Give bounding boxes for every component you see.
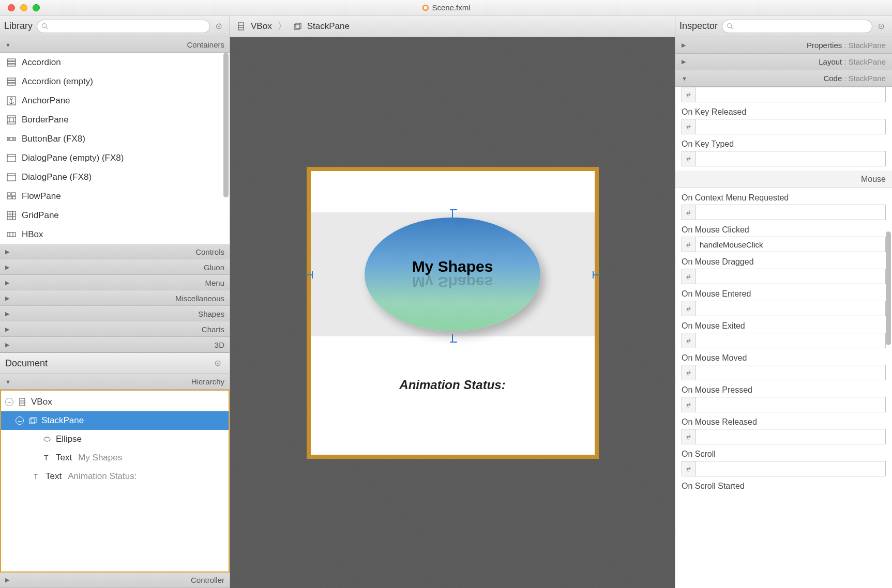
library-category-shapes[interactable]: ▶Shapes	[0, 306, 230, 321]
library-item-accordion[interactable]: Accordion	[0, 53, 230, 72]
library-category-controls[interactable]: ▶Controls	[0, 244, 230, 259]
selection-handle-right[interactable]	[593, 274, 600, 275]
selection-handle-left[interactable]	[306, 274, 313, 275]
inspector-scrollbar[interactable]	[886, 231, 891, 345]
library-item-dialogpane[interactable]: DialogPane (FX8)	[0, 167, 230, 187]
svg-point-58	[881, 25, 882, 27]
svg-rect-8	[7, 61, 16, 64]
svg-rect-10	[7, 78, 16, 80]
input-on-context-menu-requested[interactable]	[695, 205, 886, 220]
document-controller-header[interactable]: ▶Controller	[0, 572, 230, 588]
input-on-mouse-moved[interactable]	[695, 365, 886, 380]
library-category-menu[interactable]: ▶Menu	[0, 275, 230, 290]
input-on-mouse-exited[interactable]	[695, 333, 886, 348]
hierarchy-tree: – VBox – StackPane Ellipse T Text My Sha…	[0, 390, 230, 572]
library-category-charts[interactable]: ▶Charts	[0, 321, 230, 337]
collapse-icon[interactable]: –	[5, 398, 13, 406]
library-category-containers[interactable]: ▼ Containers	[0, 37, 230, 53]
label-on-mouse-moved: On Mouse Moved	[682, 353, 886, 363]
library-item-flowpane[interactable]: FlowPane	[0, 187, 230, 206]
buttonbar-icon	[6, 134, 17, 144]
tree-node-text-myshapes[interactable]: T Text My Shapes	[1, 448, 229, 467]
svg-rect-31	[12, 196, 16, 199]
inspector-section-code[interactable]: ▼Code: StackPane	[675, 70, 892, 87]
input-on-mouse-dragged[interactable]	[695, 269, 886, 284]
app-icon	[421, 4, 429, 11]
collapse-icon[interactable]: –	[16, 416, 24, 425]
document-header: Document	[0, 352, 230, 374]
chevron-down-icon: ▼	[5, 42, 11, 48]
inspector-section-layout[interactable]: ▶Layout: StackPane	[675, 54, 892, 70]
canvas-text-status[interactable]: Animation Status:	[311, 378, 595, 392]
tree-node-text-animationstatus[interactable]: T Text Animation Status:	[1, 467, 229, 486]
svg-rect-12	[7, 83, 16, 85]
input-on-mouse-clicked[interactable]	[695, 237, 886, 252]
library-item-buttonbar[interactable]: ButtonBar (FX8)	[0, 129, 230, 148]
dialogpane-icon	[6, 153, 17, 163]
document-hierarchy-header[interactable]: ▼Hierarchy	[0, 374, 230, 390]
label-on-context-menu-requested: On Context Menu Requested	[682, 193, 886, 203]
library-item-accordion-empty[interactable]: Accordion (empty)	[0, 72, 230, 91]
svg-point-2	[42, 23, 47, 27]
canvas-ellipse[interactable]: My Shapes My Shapes	[365, 218, 540, 331]
stackpane-icon	[293, 22, 302, 30]
breadcrumb-stackpane[interactable]: StackPane	[307, 21, 350, 32]
library-scrollbar[interactable]	[223, 53, 229, 197]
chevron-down-icon: ▼	[682, 75, 687, 82]
svg-point-14	[10, 98, 12, 100]
inspector-search-input[interactable]	[722, 20, 872, 33]
selection-handle-bottom[interactable]	[450, 334, 455, 339]
minimize-window-button[interactable]	[20, 4, 27, 11]
chevron-right-icon: ▶	[5, 295, 9, 302]
gridpane-icon	[6, 210, 17, 221]
anchor-icon	[6, 96, 17, 106]
document-menu-gear-icon[interactable]	[213, 358, 224, 369]
input-on-mouse-pressed[interactable]	[695, 397, 886, 412]
zoom-window-button[interactable]	[33, 4, 40, 11]
inspector-section-properties[interactable]: ▶Properties: StackPane	[675, 37, 892, 54]
library-category-miscellaneous[interactable]: ▶Miscellaneous	[0, 290, 230, 306]
breadcrumb-vbox[interactable]: VBox	[251, 21, 272, 32]
input-on-scroll[interactable]	[695, 461, 886, 476]
canvas-vbox[interactable]: My Shapes My Shapes Animation Status:	[307, 167, 599, 459]
label-on-mouse-pressed: On Mouse Pressed	[682, 385, 886, 395]
vbox-icon	[18, 398, 27, 406]
label-on-scroll: On Scroll	[682, 450, 886, 459]
input-on-mouse-released[interactable]	[695, 429, 886, 444]
library-item-borderpane[interactable]: BorderPane	[0, 110, 230, 129]
inspector-menu-gear-icon[interactable]	[876, 21, 888, 32]
library-item-anchorpane[interactable]: AnchorPane	[0, 91, 230, 110]
tree-node-ellipse[interactable]: Ellipse	[1, 430, 229, 448]
borderpane-icon	[6, 115, 17, 125]
text-icon: T	[42, 454, 52, 462]
svg-rect-28	[7, 193, 10, 195]
library-item-dialogpane-empty[interactable]: DialogPane (empty) (FX8)	[0, 148, 230, 167]
input-on-key-released[interactable]	[695, 119, 886, 134]
close-window-button[interactable]	[8, 4, 15, 11]
library-category-gluon[interactable]: ▶Gluon	[0, 259, 230, 275]
hash-prefix: #	[682, 87, 695, 102]
input-on-mouse-entered[interactable]	[695, 301, 886, 316]
svg-text:T: T	[34, 472, 38, 481]
library-item-hbox[interactable]: HBox	[0, 225, 230, 244]
svg-point-1	[424, 6, 427, 9]
tree-node-stackpane[interactable]: – StackPane	[1, 411, 229, 430]
vbox-icon	[236, 22, 246, 30]
inspector-title: Inspector	[679, 21, 718, 32]
chevron-right-icon: ▶	[5, 264, 9, 271]
canvas-stackpane[interactable]: My Shapes My Shapes	[311, 212, 595, 336]
selection-handle-top[interactable]	[450, 209, 455, 214]
tree-node-vbox[interactable]: – VBox	[1, 393, 229, 411]
svg-rect-26	[7, 174, 16, 181]
library-category-3d[interactable]: ▶3D	[0, 337, 230, 352]
input-unnamed-top[interactable]	[695, 87, 886, 102]
library-menu-gear-icon[interactable]	[214, 21, 225, 32]
design-canvas[interactable]: My Shapes My Shapes Animation Status:	[230, 37, 675, 588]
input-on-key-typed[interactable]	[695, 151, 886, 166]
chevron-right-icon: ▶	[682, 58, 686, 65]
label-on-mouse-exited: On Mouse Exited	[682, 321, 886, 331]
library-item-gridpane[interactable]: GridPane	[0, 206, 230, 225]
library-search-input[interactable]	[37, 20, 210, 33]
canvas-text-myshapes[interactable]: My Shapes	[412, 258, 493, 275]
flowpane-icon	[6, 191, 17, 202]
